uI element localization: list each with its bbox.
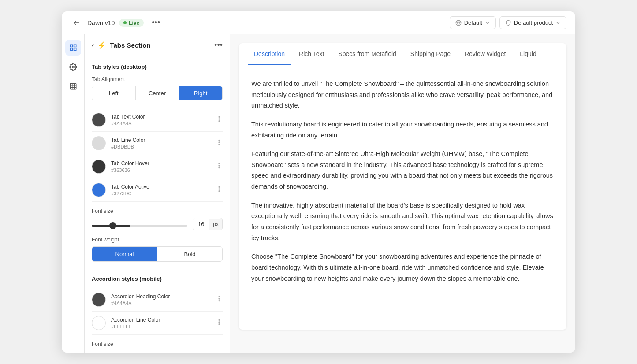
alignment-group: Left Center Right xyxy=(92,86,223,100)
section-title-desktop: Tab styles (desktop) xyxy=(92,63,223,70)
svg-point-23 xyxy=(219,322,220,323)
sidebar-item-grid[interactable] xyxy=(65,78,81,94)
content-para-1: We are thrilled to unveil "The Complete … xyxy=(251,78,554,111)
content-para-4: The innovative, highly absorbent materia… xyxy=(251,200,554,244)
accordion-line-menu[interactable] xyxy=(216,319,223,327)
color-row-active: Tab Color Active #3273DC xyxy=(92,178,223,202)
tab-shipping[interactable]: Shipping Page xyxy=(404,43,457,65)
section-divider xyxy=(92,270,223,270)
sidebar-item-layers[interactable] xyxy=(65,40,81,56)
section-title-mobile: Accordion styles (mobile) xyxy=(92,275,223,282)
svg-point-9 xyxy=(219,121,220,122)
accordion-heading-info: Accordion Heading Color #4A4A4A xyxy=(111,293,210,306)
tab-active-color-label: Tab Color Active xyxy=(111,184,210,190)
tab-active-color-info: Tab Color Active #3273DC xyxy=(111,184,210,196)
top-bar: Dawn v10 Live ••• Default Default produc… xyxy=(62,11,575,34)
tab-hover-color-menu[interactable] xyxy=(216,162,223,171)
content-para-2: This revolutionary board is engineered t… xyxy=(251,119,554,141)
preview-area: Description Rich Text Specs from Metafie… xyxy=(230,34,575,353)
top-bar-more-button[interactable]: ••• xyxy=(148,16,164,29)
accordion-line-color-row: Accordion Line Color #FFFFFF xyxy=(92,312,223,335)
font-size-slider[interactable] xyxy=(92,225,187,227)
tab-rich-text[interactable]: Rich Text xyxy=(293,43,330,65)
svg-point-7 xyxy=(219,116,220,117)
align-center-button[interactable]: Center xyxy=(136,86,179,100)
tab-hover-color-info: Tab Color Hover #363636 xyxy=(111,160,210,173)
tab-description[interactable]: Description xyxy=(248,43,291,65)
icon-sidebar xyxy=(62,34,85,353)
svg-point-19 xyxy=(219,296,220,297)
font-size-label: Font size xyxy=(92,208,223,214)
svg-rect-3 xyxy=(70,48,72,51)
tab-alignment-label: Tab Alignment xyxy=(92,76,223,82)
font-size-unit: px xyxy=(209,219,222,230)
weight-bold-button[interactable]: Bold xyxy=(157,247,222,261)
font-weight-group: Normal Bold xyxy=(92,246,223,262)
tab-text-color-info: Tab Text Color #4A4A4A xyxy=(111,114,210,126)
tab-hover-color-label: Tab Color Hover xyxy=(111,160,210,167)
font-weight-label: Font weight xyxy=(92,237,223,243)
weight-normal-button[interactable]: Normal xyxy=(92,247,157,261)
tab-hover-color-hex: #363636 xyxy=(111,167,210,173)
back-icon[interactable] xyxy=(71,17,83,29)
main-layout: ‹ ⚡ Tabs Section ••• Tab styles (desktop… xyxy=(62,34,575,353)
tab-line-color-info: Tab Line Color #DBDBDB xyxy=(111,137,210,149)
color-row-text: Tab Text Color #4A4A4A xyxy=(92,108,223,132)
accordion-font-size-label: Font size xyxy=(92,341,223,347)
content-para-5: Choose "The Complete Snowboard" for your… xyxy=(251,251,554,284)
svg-point-18 xyxy=(219,191,220,192)
accordion-heading-hex: #4A4A4A xyxy=(111,301,210,306)
tab-line-color-label: Tab Line Color xyxy=(111,137,210,143)
accordion-line-hex: #FFFFFF xyxy=(111,324,210,329)
accordion-heading-swatch[interactable] xyxy=(92,293,106,307)
font-size-input[interactable] xyxy=(193,218,209,230)
align-left-button[interactable]: Left xyxy=(92,86,136,100)
top-bar-center: Default Default product xyxy=(450,16,566,29)
font-size-row: px xyxy=(92,218,223,230)
panel-back-button[interactable]: ‹ xyxy=(92,41,94,49)
preview-inner: Description Rich Text Specs from Metafie… xyxy=(239,43,566,330)
svg-point-12 xyxy=(219,144,220,145)
tab-line-color-menu[interactable] xyxy=(216,139,223,148)
svg-point-24 xyxy=(219,324,220,325)
tab-liquid[interactable]: Liquid xyxy=(514,43,542,65)
default-dropdown[interactable]: Default xyxy=(450,16,496,29)
panel-more-button[interactable]: ••• xyxy=(214,41,223,50)
font-size-slider-container xyxy=(92,220,187,228)
tabs-nav: Description Rich Text Specs from Metafie… xyxy=(239,43,566,65)
svg-point-21 xyxy=(219,301,220,301)
panel-title-icon: ⚡ xyxy=(97,41,106,49)
product-dropdown[interactable]: Default product xyxy=(499,16,566,29)
tab-text-color-swatch[interactable] xyxy=(92,113,106,127)
sidebar-item-settings[interactable] xyxy=(65,59,81,75)
tab-active-color-menu[interactable] xyxy=(216,186,223,194)
svg-point-8 xyxy=(219,119,220,119)
svg-point-17 xyxy=(219,189,220,189)
panel-title: Tabs Section xyxy=(110,41,211,49)
align-right-button[interactable]: Right xyxy=(179,86,222,100)
tab-text-color-label: Tab Text Color xyxy=(111,114,210,120)
svg-point-16 xyxy=(219,186,220,187)
svg-point-14 xyxy=(219,165,220,166)
svg-rect-2 xyxy=(74,45,76,47)
theme-name: Dawn v10 xyxy=(87,19,115,26)
tab-active-color-hex: #3273DC xyxy=(111,191,210,196)
tab-active-color-swatch[interactable] xyxy=(92,183,106,197)
svg-point-20 xyxy=(219,298,220,299)
svg-rect-6 xyxy=(70,83,76,89)
svg-point-11 xyxy=(219,142,220,143)
tab-review[interactable]: Review Widget xyxy=(458,43,512,65)
svg-rect-1 xyxy=(70,45,72,47)
tab-specs[interactable]: Specs from Metafield xyxy=(332,43,402,65)
accordion-line-swatch[interactable] xyxy=(92,316,106,330)
svg-point-5 xyxy=(72,66,74,68)
top-bar-left: Dawn v10 Live ••• xyxy=(71,16,443,29)
tab-text-color-menu[interactable] xyxy=(216,115,223,124)
tab-hover-color-swatch[interactable] xyxy=(92,160,106,174)
color-row-line: Tab Line Color #DBDBDB xyxy=(92,132,223,155)
accordion-heading-menu[interactable] xyxy=(216,295,223,304)
tab-line-color-swatch[interactable] xyxy=(92,136,106,150)
settings-panel: ‹ ⚡ Tabs Section ••• Tab styles (desktop… xyxy=(85,34,230,353)
font-size-section: Font size px xyxy=(92,208,223,230)
color-row-hover: Tab Color Hover #363636 xyxy=(92,155,223,178)
